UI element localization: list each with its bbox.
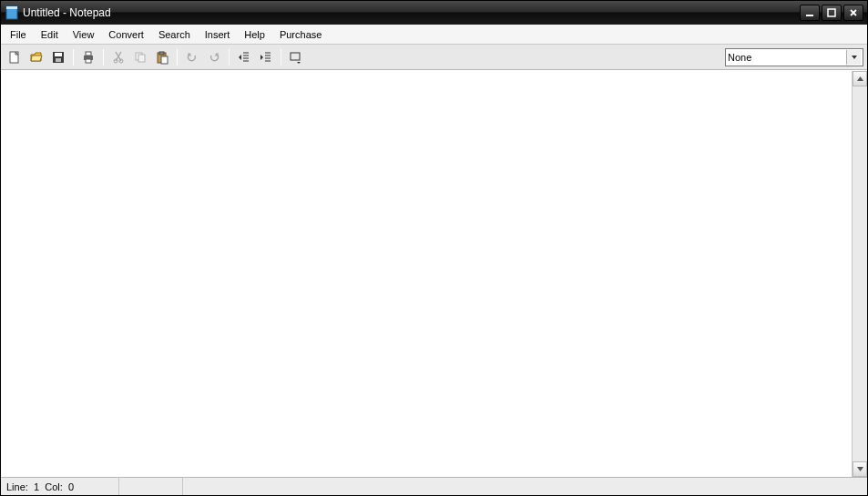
toolbar-dropdown-icon <box>289 50 303 65</box>
cut-button[interactable] <box>108 47 128 67</box>
outdent-button[interactable] <box>234 47 254 67</box>
menu-help[interactable]: Help <box>237 25 272 44</box>
redo-icon <box>207 50 221 65</box>
open-folder-icon <box>29 50 44 65</box>
toolbar-separator <box>73 49 74 66</box>
maximize-button[interactable] <box>822 5 842 21</box>
toolbar-separator <box>229 49 230 66</box>
menu-purchase[interactable]: Purchase <box>272 25 329 44</box>
menu-edit[interactable]: Edit <box>34 25 66 44</box>
svg-rect-6 <box>55 53 62 56</box>
syntax-combo-value: None <box>728 52 751 63</box>
save-button[interactable] <box>48 47 68 67</box>
status-cursor-position: Line: 1 Col: 0 <box>1 478 119 495</box>
status-line-label: Line: <box>6 481 28 492</box>
menu-insert[interactable]: Insert <box>198 25 238 44</box>
menu-search[interactable]: Search <box>151 25 198 44</box>
app-icon <box>5 5 19 20</box>
paste-icon <box>155 50 169 65</box>
undo-button[interactable] <box>182 47 202 67</box>
menu-bar: File Edit View Convert Search Insert Hel… <box>1 25 867 45</box>
svg-rect-16 <box>159 52 164 55</box>
vertical-scrollbar[interactable] <box>852 71 867 477</box>
scroll-track[interactable] <box>853 86 867 461</box>
paste-button[interactable] <box>152 47 172 67</box>
svg-rect-9 <box>86 52 91 56</box>
print-button[interactable] <box>78 47 98 67</box>
svg-rect-18 <box>291 53 300 60</box>
menu-convert[interactable]: Convert <box>101 25 151 44</box>
outdent-icon <box>237 50 251 65</box>
toolbar-separator <box>177 49 178 66</box>
text-editor[interactable] <box>1 71 852 477</box>
syntax-combo[interactable]: None <box>725 48 863 66</box>
status-col-label: Col: <box>45 481 63 492</box>
window-title: Untitled - Notepad <box>23 6 800 19</box>
indent-icon <box>259 50 273 65</box>
new-file-button[interactable] <box>5 47 25 67</box>
redo-button[interactable] <box>204 47 224 67</box>
undo-icon <box>185 50 199 65</box>
new-file-icon <box>7 50 22 65</box>
toolbar-separator <box>103 49 104 66</box>
svg-rect-2 <box>806 15 813 16</box>
status-bar: Line: 1 Col: 0 <box>1 477 867 495</box>
status-col-value: 0 <box>68 481 74 492</box>
svg-rect-1 <box>6 6 17 9</box>
copy-icon <box>133 50 148 65</box>
status-line-value: 1 <box>34 481 39 492</box>
status-panel-2 <box>119 478 183 495</box>
svg-rect-3 <box>828 9 835 16</box>
toolbar: None <box>1 45 867 70</box>
print-icon <box>81 50 96 65</box>
open-file-button[interactable] <box>26 47 46 67</box>
scroll-down-button[interactable] <box>853 461 867 477</box>
cut-icon <box>111 50 126 65</box>
toolbar-options-button[interactable] <box>286 47 306 67</box>
editor-area <box>1 70 867 477</box>
menu-view[interactable]: View <box>66 25 102 44</box>
title-bar: Untitled - Notepad <box>1 1 867 25</box>
copy-button[interactable] <box>130 47 150 67</box>
scroll-up-button[interactable] <box>853 71 867 86</box>
svg-rect-14 <box>138 55 145 62</box>
indent-button[interactable] <box>256 47 276 67</box>
menu-file[interactable]: File <box>3 25 34 44</box>
svg-rect-17 <box>161 56 168 64</box>
chevron-down-icon <box>846 50 861 65</box>
svg-rect-7 <box>56 58 61 62</box>
svg-rect-10 <box>86 59 91 63</box>
close-button[interactable] <box>843 5 863 21</box>
status-panel-3 <box>183 478 867 495</box>
save-icon <box>51 50 66 65</box>
toolbar-separator <box>281 49 281 66</box>
minimize-button[interactable] <box>800 5 820 21</box>
window-controls <box>800 5 863 21</box>
